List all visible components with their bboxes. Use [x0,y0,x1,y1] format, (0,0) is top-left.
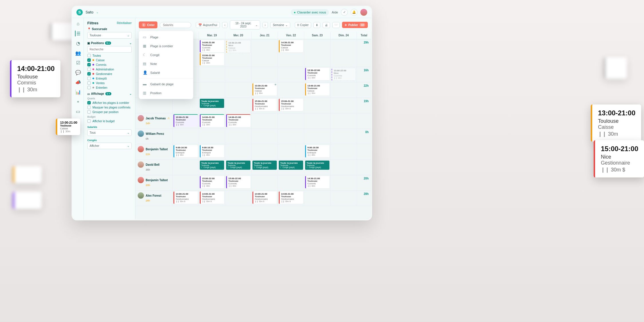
help-link[interactable]: Aide [332,11,338,14]
menu-combler[interactable]: ▦Plage à combler [139,42,193,50]
avatar [138,131,144,137]
salaries-select[interactable]: Tous⌄ [87,129,132,136]
calendar-fill-icon: ▦ [143,44,147,48]
toolbar: Créer ▭Plage ▦Plage à combler ☾Congé ▤No… [135,18,371,32]
employee-cell[interactable]: David Bell35h [135,160,173,175]
today-button[interactable]: 📅 Aujourd'hui [196,22,220,28]
people-icon[interactable]: 👥 [75,50,81,56]
checkbox-budget[interactable]: Afficher le budget [87,119,132,123]
shift-cell[interactable]: 14:30-21:00ToulouseCaisse30m [278,39,304,67]
checkbox-hide[interactable]: Masquer les plages confirmés [87,106,132,109]
shift-cell[interactable]: Toute la journéeToulouse☾ Congé (payé) [252,160,278,175]
checkbox-admin[interactable]: Administration [87,68,132,71]
leave-select[interactable]: Afficher⌄ [87,143,132,149]
shift-cell[interactable]: 9:00-16:30ToulouseEntrepôt30m [199,144,225,159]
shift-time: 14:00-21:00 [17,65,55,73]
shift-cell[interactable]: 13:30-21:00NiceCaisse30m [225,39,252,67]
menu-gabarit[interactable]: ▬Gabarit de plage [139,80,193,88]
check-icon[interactable]: ✓ [341,9,348,16]
menu-position[interactable]: ▥Position [139,88,193,97]
reset-link[interactable]: Réinitialiser [117,21,132,25]
shift-cell[interactable]: 15:00-22:00ToulouseCommis30m [199,175,225,190]
shift-cell[interactable]: 9:00-16:30ToulouseEntrepôt30m [304,144,331,159]
more-button[interactable]: ⋯ [332,22,340,28]
checkbox-commis[interactable]: ✓Commis [87,63,132,66]
chat-icon[interactable]: 💬 [75,70,81,75]
checkbox-entretien[interactable]: Entretien [87,86,132,89]
shift-duration: 30m [17,86,55,93]
chat-button[interactable]: Clavarder avec nous [291,9,329,15]
chevron-down-icon[interactable]: ⌄ [129,92,132,95]
print-button[interactable]: 🖨 [323,22,330,28]
home-icon[interactable]: ⌂ [75,21,81,27]
download-button[interactable]: ⬇ [313,22,320,28]
checkbox-ventes[interactable]: Ventes [87,81,132,85]
orgchart-icon[interactable]: ⚬ [75,99,81,104]
employee-cell[interactable]: Benjamin Talbot21h [135,144,173,159]
checkbox-fill[interactable]: ✓Afficher les plages à combler [87,101,132,104]
employee-cell[interactable]: Jacob Thomas ⚠34h [135,113,173,129]
shift-cell[interactable]: 14:00-21:00ToulouseCommis30m [225,113,252,129]
ghost-card [604,57,627,79]
shift-cell[interactable]: 14:00-21:00ToulouseCommis30m 13:00-21:00… [199,39,225,67]
shift-cell[interactable]: 9:00-16:30ToulouseEntrepôt30m [173,144,199,159]
shift-cell[interactable]: 15:00-22:00ToulouseCommis30m [225,175,252,190]
employee-cell[interactable]: Alex Forest28h [135,191,173,206]
next-button[interactable]: › [262,22,268,28]
shift-cell[interactable]: 15:00-21:00ToulouseGestionnaire30m $ [252,98,278,113]
menu-conge[interactable]: ☾Congé [139,50,193,59]
publish-button[interactable]: ✈ Publier18 [342,22,368,28]
person-add-icon: 👤 [143,70,147,75]
checklist-icon[interactable]: ☑ [75,60,81,66]
avatar [138,192,144,199]
menu-salarie[interactable]: 👤Salarié [139,68,193,77]
chart-icon[interactable]: 📊 [75,89,81,95]
chevron-down-icon[interactable]: ⌄ [129,42,132,45]
chevron-down-icon[interactable]: ⌄ [96,11,98,14]
avatar [138,161,144,168]
brand-name[interactable]: Salto [86,10,93,14]
checkbox-group[interactable]: Grouper par position [87,110,132,114]
copy-button[interactable]: ⎘ Copier [295,22,311,28]
shift-cell[interactable]: 14:00-21:00ToulouseCommis30m [199,113,225,129]
shift-cell[interactable]: Toute la journéeToulouse☾ Congé (payé) [199,98,225,113]
shift-cell[interactable]: 14:00-21:00ToulouseGestionnaire30m $ [252,191,278,206]
view-select[interactable]: Semaine ⌄ [270,22,290,28]
shift-cell[interactable]: Toute la journéeToulouse☾ Congé (payé) [304,160,331,175]
bell-icon[interactable]: 🔔 [351,9,357,16]
create-button[interactable]: Créer [139,21,157,28]
card-icon[interactable]: ▭ [75,108,81,114]
employee-cell[interactable]: Benjamin Talbot20h [135,175,173,190]
checkbox-gest[interactable]: ✓Gestionnaire [87,72,132,76]
position-search[interactable] [87,46,132,53]
shift-cell[interactable]: 👁13:30-21:00ToulouseCaisse30m [252,82,278,98]
checkbox-all[interactable]: Toutes [87,54,132,57]
checkbox-caisse[interactable]: ✓Caisse [87,58,132,62]
prev-button[interactable]: ‹ [222,22,228,28]
menu-plage[interactable]: ▭Plage [139,33,193,42]
shift-cell[interactable]: 14:00-21:00ToulouseGestionnaire30m $ [199,191,225,206]
shift-cell[interactable]: 14:00-21:00ToulouseGestionnaire30m $ [173,191,199,206]
branch-select[interactable]: Toulouse ⌄ [87,32,132,39]
employee-search[interactable] [160,22,191,28]
clock-icon[interactable]: ◔ [75,40,81,46]
shift-cell[interactable]: 14:00-21:00ToulouseGestionnaire30m $ [278,191,304,206]
employee-cell[interactable]: William Perez0h [135,129,173,144]
shift-cell[interactable]: Toute la journéeToulouse☾ Congé (payé) [225,160,252,175]
shift-cell[interactable]: 13:00-21:30ToulouseCommis30m [173,113,199,129]
open-shifts-row: Toute la journéeToulouse☾ Congé (payé) 1… [135,98,371,113]
shift-cell[interactable]: 15:00-21:00ToulouseGestionnaire30m $ [278,98,304,113]
shift-cell[interactable]: 14:30-21:00ToulouseCommis30m [304,175,331,190]
shift-cell[interactable]: 13:00-21:00ToulouseCaisse30m [304,82,331,98]
shift-cell[interactable]: 13:30-22:00ToulouseCommis30m [304,67,331,82]
megaphone-icon[interactable]: 📣 [75,79,81,85]
shift-cell[interactable]: Toute la journéeToulouse☾ Congé (payé) [199,160,225,175]
day-header: Mar. 19 [199,32,225,39]
user-avatar[interactable] [360,9,367,16]
schedule-icon[interactable]: ☰ [75,31,81,36]
checkbox-entrepot[interactable]: Entrepôt [87,77,132,80]
date-range[interactable]: 18 - 24 sept. 2023 ⌄ [230,20,260,29]
menu-note[interactable]: ▤Note [139,59,193,68]
shift-cell[interactable]: Toute la journéeToulouse☾ Congé (payé) [278,160,304,175]
shift-cell[interactable]: 13:00-22:00NiceCommis30m [331,67,357,82]
